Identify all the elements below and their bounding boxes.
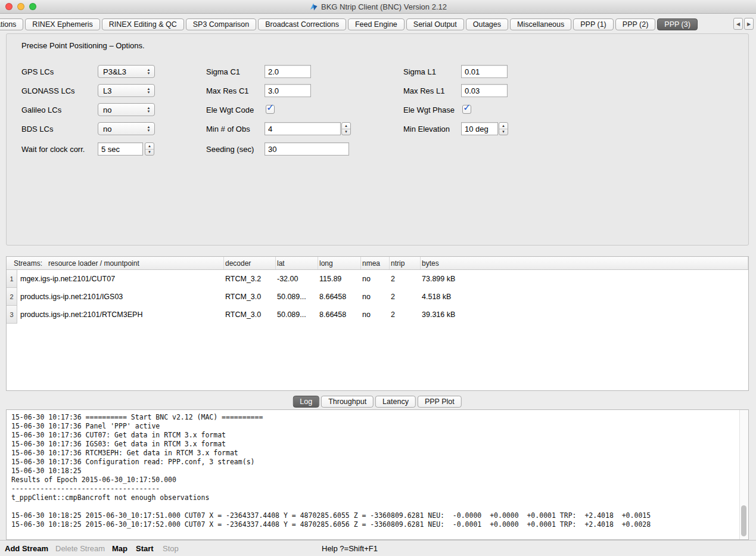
log-scrollbar-thumb[interactable]	[741, 505, 746, 536]
sigma-c1-label: Sigma C1	[206, 67, 240, 76]
ppp-options-pane: Precise Point Positioning – Options. GPS…	[6, 33, 749, 246]
add-stream-button[interactable]: Add Stream	[5, 544, 48, 553]
tab-miscellaneous[interactable]: Miscellaneous	[510, 18, 571, 30]
max-res-l1-input[interactable]	[461, 84, 508, 97]
ele-wgt-code-checkbox[interactable]: ✓	[266, 105, 275, 114]
min-obs-input[interactable]	[265, 122, 341, 135]
stepper-up-icon[interactable]: ▲	[342, 123, 350, 129]
tab-latency[interactable]: Latency	[375, 396, 416, 408]
sigma-l1-input[interactable]	[461, 65, 508, 78]
min-obs-label: Min # of Obs	[206, 125, 250, 133]
sigma-c1-input[interactable]	[265, 65, 311, 78]
header-long[interactable]: long	[318, 257, 361, 269]
seeding-input[interactable]	[265, 142, 349, 156]
chevron-up-down-icon: ▲ ▼	[145, 67, 153, 76]
ele-wgt-phase-label: Ele Wgt Phase	[403, 105, 455, 114]
header-ntrip[interactable]: ntrip	[390, 257, 421, 269]
stepper-down-icon[interactable]: ▼	[499, 129, 508, 135]
gps-lcs-select[interactable]: P3&L3 ▲ ▼	[98, 65, 155, 78]
ele-wgt-phase-checkbox[interactable]: ✓	[462, 105, 471, 114]
table-row[interactable]: 2 products.igs-ip.net:2101/IGS03 RTCM_3.…	[7, 288, 748, 306]
min-elevation-stepper[interactable]: ▲ ▼	[499, 122, 508, 135]
glonass-lcs-select[interactable]: L3 ▲ ▼	[98, 84, 155, 97]
app-icon	[309, 2, 318, 11]
chevron-up-down-icon: ▲ ▼	[145, 105, 153, 114]
gps-lcs-label: GPS LCs	[21, 67, 54, 76]
galileo-lcs-value: no	[103, 105, 111, 114]
tab-ppp-plot[interactable]: PPP Plot	[418, 396, 462, 408]
chevron-down-icon: ▼	[147, 110, 151, 113]
tab-rinex-observations[interactable]: ations	[0, 18, 23, 30]
chevron-down-icon: ▼	[147, 91, 151, 94]
table-row[interactable]: 3 products.igs-ip.net:2101/RTCM3EPH RTCM…	[7, 306, 748, 324]
row-number: 1	[7, 270, 17, 288]
wait-clock-label: Wait for clock corr.	[21, 145, 85, 154]
row-number: 2	[7, 288, 17, 306]
wait-clock-input[interactable]	[98, 142, 143, 156]
cell-lat: 50.089...	[276, 293, 318, 301]
cell-long: 115.89	[318, 275, 361, 283]
log-scrollbar[interactable]	[739, 410, 748, 539]
stop-button: Stop	[163, 544, 179, 553]
min-elevation-input[interactable]	[461, 122, 498, 135]
chevron-up-down-icon: ▲ ▼	[145, 86, 153, 95]
header-decoder[interactable]: decoder	[224, 257, 276, 269]
help-shortcut-label: Help ?=Shift+F1	[322, 544, 378, 553]
tab-rinex-editing-qc[interactable]: RINEX Editing & QC	[102, 18, 184, 30]
chevron-down-icon: ▼	[147, 129, 151, 132]
ele-wgt-code-label: Ele Wgt Code	[206, 105, 254, 114]
stepper-down-icon[interactable]: ▼	[342, 129, 350, 135]
tab-ppp-3[interactable]: PPP (3)	[657, 18, 698, 30]
tab-throughput[interactable]: Throughput	[321, 396, 374, 408]
bnc-window: { "window": { "title": "BKG Ntrip Client…	[0, 0, 756, 556]
stepper-down-icon[interactable]: ▼	[145, 150, 154, 156]
header-streams-resource[interactable]: Streams: resource loader / mountpoint	[7, 257, 224, 269]
max-res-l1-label: Max Res L1	[403, 86, 444, 95]
pane-title: Precise Point Positioning – Options.	[21, 41, 145, 50]
cell-long: 8.66458	[318, 293, 361, 301]
bds-lcs-select[interactable]: no ▲ ▼	[98, 122, 155, 135]
window-title: BKG Ntrip Client (BNC) Version 2.12	[321, 2, 447, 11]
header-lat[interactable]: lat	[276, 257, 318, 269]
map-button[interactable]: Map	[112, 544, 127, 553]
cell-nmea: no	[361, 310, 390, 319]
min-obs-stepper[interactable]: ▲ ▼	[341, 122, 351, 135]
row-number: 3	[7, 306, 17, 324]
tab-feed-engine[interactable]: Feed Engine	[348, 18, 405, 30]
cell-nmea: no	[361, 275, 390, 283]
stepper-up-icon[interactable]: ▲	[145, 143, 154, 150]
stepper-up-icon[interactable]: ▲	[499, 123, 508, 129]
tab-scroll-left-icon[interactable]: ◀	[733, 18, 743, 30]
tab-outages[interactable]: Outages	[466, 18, 508, 30]
galileo-lcs-label: Galileo LCs	[21, 105, 61, 114]
cell-bytes: 4.518 kB	[421, 293, 748, 301]
wait-clock-stepper[interactable]: ▲ ▼	[145, 142, 154, 156]
checkmark-icon: ✓	[266, 102, 274, 113]
title-bar: BKG Ntrip Client (BNC) Version 2.12	[0, 0, 756, 14]
cell-resource: mgex.igs-ip.net:2101/CUT07	[17, 275, 224, 283]
tab-scroll-right-icon[interactable]: ▶	[744, 18, 754, 30]
cell-bytes: 39.316 kB	[421, 310, 748, 319]
max-res-c1-input[interactable]	[265, 84, 311, 97]
galileo-lcs-select[interactable]: no ▲ ▼	[98, 103, 155, 116]
tab-ppp-1[interactable]: PPP (1)	[573, 18, 614, 30]
tab-log[interactable]: Log	[293, 396, 319, 408]
start-button[interactable]: Start	[136, 544, 154, 553]
tab-rinex-ephemeris[interactable]: RINEX Ephemeris	[25, 18, 99, 30]
sigma-l1-label: Sigma L1	[403, 67, 436, 76]
header-bytes[interactable]: bytes	[421, 257, 748, 269]
header-nmea[interactable]: nmea	[361, 257, 390, 269]
tab-serial-output[interactable]: Serial Output	[406, 18, 464, 30]
streams-header-row: Streams: resource loader / mountpoint de…	[7, 257, 748, 270]
main-tab-bar: ations RINEX Ephemeris RINEX Editing & Q…	[0, 17, 756, 31]
table-row[interactable]: 1 mgex.igs-ip.net:2101/CUT07 RTCM_3.2 -3…	[7, 270, 748, 288]
bds-lcs-value: no	[103, 125, 111, 133]
tab-broadcast-corrections[interactable]: Broadcast Corrections	[258, 18, 346, 30]
max-res-c1-label: Max Res C1	[206, 86, 249, 95]
glonass-lcs-value: L3	[103, 86, 111, 95]
glonass-lcs-label: GLONASS LCs	[21, 86, 75, 95]
cell-resource: products.igs-ip.net:2101/RTCM3EPH	[17, 310, 224, 319]
cell-lat: -32.00	[276, 275, 318, 283]
tab-ppp-2[interactable]: PPP (2)	[615, 18, 656, 30]
tab-sp3-comparison[interactable]: SP3 Comparison	[186, 18, 257, 30]
